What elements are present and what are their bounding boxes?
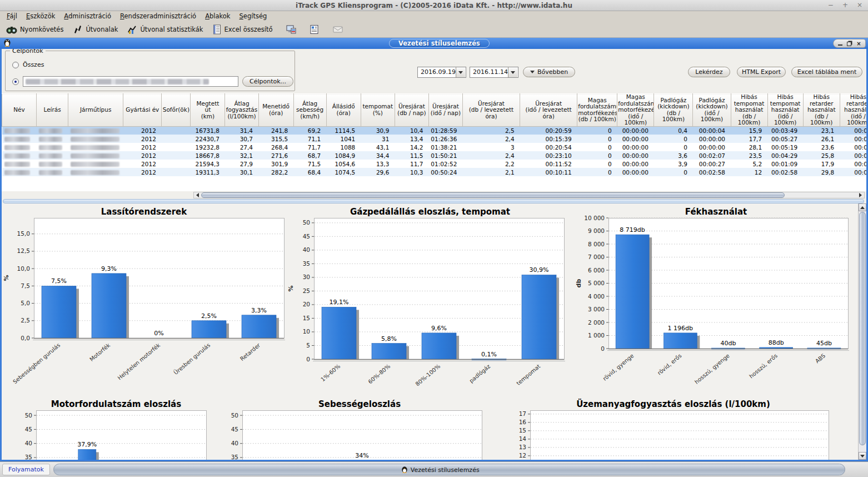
- column-header-6[interactable]: Megtett út (km): [191, 94, 225, 127]
- date-from-combo[interactable]: 2016.09.19.: [417, 67, 466, 78]
- table-cell: [2, 151, 37, 160]
- vehicle-table[interactable]: NévLeírásJárműtípusGyártási évSofőr(ök)M…: [2, 93, 866, 176]
- scroll-down-icon[interactable]: [859, 452, 866, 460]
- x-axis-label: padlógáz: [468, 363, 491, 384]
- close-icon[interactable]: ×: [857, 1, 862, 9]
- menu-item-5[interactable]: Ablakok: [201, 12, 235, 21]
- svg-text:35: 35: [303, 260, 310, 267]
- x-axis-label: tempomat: [515, 363, 541, 386]
- minimize-icon[interactable]: −: [828, 1, 834, 9]
- menu-item-6[interactable]: Segítség: [235, 12, 272, 21]
- column-header-21[interactable]: Hibás tempomat használat (idő / 100km): [767, 94, 803, 127]
- vscroll-thumb[interactable]: [859, 212, 866, 445]
- column-header-13[interactable]: Üresjárat (idő / nap): [428, 94, 462, 127]
- maximize-icon[interactable]: +: [842, 1, 848, 9]
- table-horizontal-scrollbar[interactable]: [193, 192, 865, 198]
- menu-item-2[interactable]: Eszközök: [22, 12, 59, 21]
- table-cell: [2, 143, 37, 151]
- targets-button[interactable]: Célpontok...: [242, 76, 293, 87]
- table-cell: 00:00:00: [617, 168, 654, 176]
- redacted-text: [71, 153, 119, 158]
- taskbar-item[interactable]: Vezetési stíluselemzés: [401, 465, 480, 475]
- routes-button[interactable]: Útvonalak: [69, 22, 122, 37]
- column-header-18[interactable]: Padlógáz (kickdown) (db / 100km): [654, 94, 693, 127]
- radio-all[interactable]: [12, 62, 19, 68]
- svg-text:0,0: 0,0: [21, 335, 30, 341]
- column-header-17[interactable]: Magas fordulatszámú motorfékezés (idő / …: [617, 94, 654, 127]
- svg-text:6 000: 6 000: [588, 267, 605, 274]
- table-cell: 2012: [123, 160, 162, 168]
- column-header-9[interactable]: Átlag sebesség (km/h): [293, 94, 326, 127]
- column-header-22[interactable]: Hibás retarder használat (db / 100km): [803, 94, 840, 127]
- column-header-1[interactable]: Név: [2, 94, 37, 127]
- chart-gazpedal: 05101520253035404550%19,1%5,8%9,6%0,1%30…: [286, 218, 574, 394]
- hscroll-thumb[interactable]: [201, 192, 785, 198]
- table-row[interactable]: 201221594,327,9301,971,51054,613,311,701…: [2, 160, 867, 168]
- chart-sebessegeloszlas: 50454035%34%: [231, 410, 488, 460]
- column-header-10[interactable]: Állásidő (óra): [326, 94, 361, 127]
- column-header-16[interactable]: Magas fordulatszámú motorfékezés (db / 1…: [577, 94, 617, 127]
- menu-item-3[interactable]: Adminisztráció: [59, 12, 116, 21]
- radio-targets[interactable]: [12, 78, 19, 85]
- table-cell: 241,8: [258, 126, 293, 135]
- table-row[interactable]: 201219311,330,1282,268,41074,529,610,300…: [2, 168, 867, 176]
- processes-tab[interactable]: Folyamatok: [2, 464, 50, 475]
- column-header-19[interactable]: Padlógáz (kickdown) (idő / 100km): [693, 94, 731, 127]
- table-cell: 00:00: [840, 151, 866, 160]
- column-header-2[interactable]: Leírás: [37, 94, 68, 127]
- table-cell: 00:05:19: [767, 143, 803, 151]
- bar-80%-100%: [422, 333, 456, 359]
- scroll-left-icon[interactable]: [194, 192, 201, 198]
- column-header-11[interactable]: tempomat (%): [361, 94, 395, 127]
- excel-export-button[interactable]: [282, 22, 301, 37]
- table-cell: 43,1: [361, 143, 395, 151]
- table-row[interactable]: 201219232,827,4268,471,7108843,114,201:3…: [2, 143, 867, 151]
- column-header-3[interactable]: Járműtípus: [68, 94, 123, 127]
- table-row[interactable]: 201216731,831,4241,869,21114,530,910,401…: [2, 126, 867, 135]
- query-button[interactable]: Lekérdez: [688, 67, 730, 77]
- excel-summary-button[interactable]: Excel összesítő: [209, 22, 277, 37]
- mdi-close-icon[interactable]: ×: [855, 40, 863, 47]
- date-to-combo[interactable]: 2016.11.14.: [470, 67, 518, 78]
- menu-item-1[interactable]: Fájl: [2, 12, 22, 21]
- date-to-dropdown: [508, 67, 517, 77]
- mdi-restore-icon[interactable]: [845, 40, 854, 47]
- table-cell: [68, 126, 123, 135]
- redacted-text: [39, 137, 62, 142]
- column-header-20[interactable]: Hibás tempomat használat (db / 100km): [731, 94, 767, 127]
- table-cell: 0: [577, 126, 617, 135]
- scroll-up-icon[interactable]: [859, 203, 866, 211]
- column-header-14[interactable]: Üresjárat (db / levezetett óra): [462, 94, 520, 127]
- bar-value-label: 8 719db: [620, 226, 645, 233]
- column-header-12[interactable]: Üresjárat (db / nap): [395, 94, 428, 127]
- table-row[interactable]: 201218667,832,1271,668,71084,934,411,501…: [2, 151, 867, 160]
- charts-vertical-scrollbar[interactable]: [858, 203, 866, 460]
- column-header-5[interactable]: Sofőr(ök): [162, 94, 191, 127]
- table-cell: [162, 151, 191, 160]
- column-header-7[interactable]: Átlag fogyasztás (l/100km): [225, 94, 258, 127]
- report-button[interactable]: [306, 22, 323, 37]
- table-cell: 1088: [326, 143, 361, 151]
- column-header-23[interactable]: Hibás retarder használat (idő / 100km): [840, 94, 866, 127]
- table-row[interactable]: 201222430,730,7315,571,110413113,401:26:…: [2, 135, 867, 143]
- svg-text:15,0: 15,0: [17, 230, 30, 237]
- scroll-right-icon[interactable]: [857, 192, 864, 198]
- menu-item-4[interactable]: Rendszeradminisztráció: [116, 12, 201, 21]
- targets-input[interactable]: [23, 76, 238, 87]
- excel-save-button[interactable]: Excel táblába ment: [791, 67, 862, 77]
- column-header-4[interactable]: Gyártási év: [123, 94, 162, 127]
- more-button[interactable]: Bővebben: [523, 67, 575, 77]
- mdi-minimize-icon[interactable]: [836, 40, 844, 47]
- mail-button[interactable]: [328, 22, 347, 37]
- chart-cell-motorfordulatszam: Motorfordulatszám eloszlás50454035%37,9%: [2, 396, 231, 460]
- svg-text:12: 12: [519, 452, 526, 459]
- column-header-15[interactable]: Üresjárat (idő / levezetett óra): [520, 94, 577, 127]
- table-cell: 00:03:49: [767, 126, 803, 135]
- html-export-button[interactable]: HTML Export: [737, 67, 786, 77]
- splitter-handle[interactable]: [3, 199, 864, 203]
- tracking-button[interactable]: Nyomkövetés: [2, 22, 67, 37]
- column-header-8[interactable]: Menetidő (óra): [258, 94, 293, 127]
- table-cell: [2, 135, 37, 143]
- route-statistics-button[interactable]: Útvonal statisztikák: [123, 22, 207, 37]
- chart-title-motorfordulatszam: Motorfordulatszám eloszlás: [2, 396, 231, 410]
